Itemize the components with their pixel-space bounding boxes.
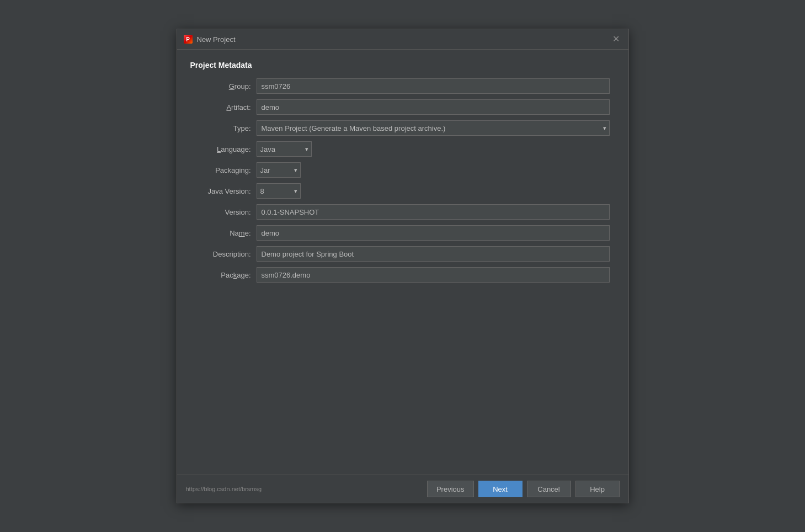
- artifact-input[interactable]: [257, 99, 610, 115]
- language-label: Language:: [190, 145, 257, 153]
- artifact-row: Artifact:: [190, 99, 615, 115]
- type-label: Type:: [190, 124, 257, 132]
- name-label: Name:: [190, 229, 257, 237]
- type-row: Type: Maven Project (Generate a Maven ba…: [190, 120, 615, 136]
- java-version-label: Java Version:: [190, 187, 257, 195]
- section-title: Project Metadata: [190, 61, 615, 70]
- language-select-wrapper: Java Kotlin Groovy: [257, 141, 312, 157]
- java-version-select-wrapper: 8 11 17: [257, 183, 301, 199]
- language-select[interactable]: Java Kotlin Groovy: [257, 141, 312, 157]
- title-bar: P New Project ✕: [177, 29, 628, 50]
- group-label: Group:: [190, 82, 257, 91]
- artifact-label: Artifact:: [190, 103, 257, 111]
- previous-button[interactable]: Previous: [427, 481, 474, 497]
- package-input[interactable]: [257, 267, 610, 283]
- title-bar-left: P New Project: [184, 35, 236, 44]
- name-input[interactable]: [257, 225, 610, 241]
- type-select-wrapper: Maven Project (Generate a Maven based pr…: [257, 120, 610, 136]
- dialog-title: New Project: [197, 35, 236, 44]
- help-button[interactable]: Help: [575, 481, 620, 497]
- version-input[interactable]: [257, 204, 610, 220]
- group-input[interactable]: [257, 78, 610, 94]
- packaging-select[interactable]: Jar War: [257, 162, 301, 178]
- dialog-content: Project Metadata Group: Artifact: Type: …: [177, 50, 628, 387]
- description-label: Description:: [190, 250, 257, 258]
- package-row: Package:: [190, 267, 615, 283]
- version-row: Version:: [190, 204, 615, 220]
- next-button[interactable]: Next: [478, 481, 523, 497]
- package-label: Package:: [190, 271, 257, 279]
- group-row: Group:: [190, 78, 615, 94]
- type-select[interactable]: Maven Project (Generate a Maven based pr…: [257, 120, 610, 136]
- cancel-button[interactable]: Cancel: [527, 481, 571, 497]
- new-project-dialog: P New Project ✕ Project Metadata Group: …: [177, 29, 629, 503]
- java-version-select[interactable]: 8 11 17: [257, 183, 301, 199]
- language-row: Language: Java Kotlin Groovy: [190, 141, 615, 157]
- packaging-select-wrapper: Jar War: [257, 162, 301, 178]
- java-version-row: Java Version: 8 11 17: [190, 183, 615, 199]
- version-label: Version:: [190, 208, 257, 216]
- description-input[interactable]: [257, 246, 610, 262]
- name-row: Name:: [190, 225, 615, 241]
- packaging-row: Packaging: Jar War: [190, 162, 615, 178]
- footer-url: https://blog.csdn.net/brsmsg: [186, 486, 423, 492]
- close-button[interactable]: ✕: [610, 34, 622, 45]
- dialog-footer: https://blog.csdn.net/brsmsg Previous Ne…: [177, 475, 628, 503]
- packaging-label: Packaging:: [190, 166, 257, 174]
- app-icon: P: [184, 35, 193, 44]
- description-row: Description:: [190, 246, 615, 262]
